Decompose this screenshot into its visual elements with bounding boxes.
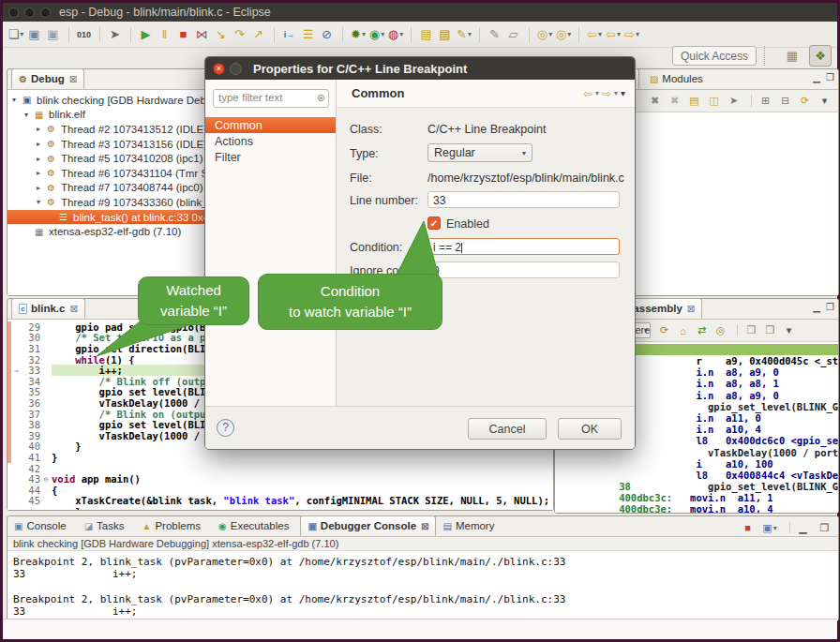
- debug-button[interactable]: ✹ ▾: [349, 25, 368, 44]
- minimize-button[interactable]: ▁: [796, 520, 811, 535]
- cpp-perspective-button[interactable]: ▦: [781, 45, 803, 67]
- view-menu-button[interactable]: ▾: [781, 322, 797, 338]
- type-dropdown[interactable]: Regular ▾: [428, 143, 532, 162]
- window-minimize-button[interactable]: [24, 7, 35, 18]
- link-editor-button[interactable]: ◎ ▾: [554, 25, 573, 44]
- sync-button[interactable]: ⇄: [694, 322, 710, 338]
- maximize-button[interactable]: ❐: [826, 72, 834, 82]
- step-return-button[interactable]: ↗: [249, 25, 268, 44]
- open-new-view-button[interactable]: ❒: [743, 322, 759, 338]
- remove-all-registers-button[interactable]: ✖: [667, 93, 682, 109]
- terminate-button[interactable]: ■: [174, 25, 193, 44]
- view-menu-icon[interactable]: ▾: [621, 88, 625, 98]
- step-over-button[interactable]: ↷: [231, 25, 249, 44]
- run-button[interactable]: ◉ ▾: [368, 25, 386, 44]
- debug-perspective-button[interactable]: ❖: [809, 45, 832, 67]
- clear-filter-icon[interactable]: ⊗: [317, 92, 325, 104]
- chevron-down-icon[interactable]: ▾: [614, 89, 618, 97]
- tab-modules[interactable]: ▨ Modules: [643, 68, 710, 89]
- expander-icon[interactable]: ▾: [24, 111, 35, 119]
- maximize-button[interactable]: ❐: [826, 302, 834, 312]
- refresh-button[interactable]: ⟳: [797, 93, 813, 109]
- close-icon[interactable]: ⊠: [687, 304, 695, 314]
- line-number-input[interactable]: 33: [428, 191, 620, 208]
- condition-input[interactable]: i == 2: [428, 238, 620, 255]
- minimize-button[interactable]: ▁: [813, 72, 820, 82]
- display-selected-console-button[interactable]: ▣ ▾: [762, 520, 777, 535]
- ignore-count-input[interactable]: 0: [428, 261, 620, 278]
- expander-icon[interactable]: ▸: [37, 125, 47, 133]
- pin-view-button[interactable]: ❒: [762, 322, 778, 338]
- step-into-button[interactable]: ↘: [212, 25, 231, 44]
- cursor-mode-button[interactable]: ➤: [106, 25, 125, 44]
- tab-debugger-console[interactable]: ▣ Debugger Console ⊠: [300, 515, 436, 536]
- close-icon[interactable]: ⊠: [69, 74, 77, 84]
- remove-register-button[interactable]: ✖: [647, 93, 663, 109]
- back-button[interactable]: ⇦ ▾: [604, 25, 622, 44]
- annotation-button[interactable]: ✎ ▾: [455, 25, 473, 44]
- window-maximize-button[interactable]: [40, 7, 51, 18]
- dialog-close-button[interactable]: ×: [213, 63, 225, 75]
- tab-tasks[interactable]: ◪ Tasks: [78, 515, 136, 536]
- mark-occurrences-button[interactable]: ▱: [504, 25, 523, 44]
- breakpoint-icon[interactable]: ⇒: [11, 366, 22, 375]
- save-button[interactable]: ▣: [25, 25, 44, 44]
- add-register-group-button[interactable]: ▤: [686, 93, 702, 109]
- chevron-down-icon[interactable]: ▾: [644, 326, 648, 335]
- build-binary-button[interactable]: 010: [75, 25, 94, 44]
- close-icon[interactable]: ⊠: [421, 521, 428, 531]
- dialog-minimize-button[interactable]: [230, 63, 242, 75]
- expander-icon[interactable]: ▾: [12, 96, 22, 104]
- tab-memory[interactable]: ▤ Memory: [436, 515, 505, 536]
- terminate-console-button[interactable]: ■: [741, 520, 756, 535]
- new-wizard-button[interactable]: ❏ ▾: [7, 25, 25, 44]
- chevron-down-icon[interactable]: ▾: [595, 89, 599, 97]
- cancel-button[interactable]: Cancel: [468, 418, 547, 440]
- quick-access-button[interactable]: Quick Access: [672, 46, 757, 66]
- dialog-nav-actions[interactable]: Actions: [205, 133, 336, 149]
- expander-icon[interactable]: ▾: [37, 198, 47, 206]
- open-folder-button[interactable]: ▤: [417, 25, 436, 44]
- enabled-checkbox[interactable]: ✓: [428, 216, 441, 230]
- tab-executables[interactable]: ◉ Executables: [212, 515, 300, 536]
- forward-arrow-icon[interactable]: ⇨: [602, 87, 611, 100]
- expander-icon[interactable]: ▸: [37, 140, 47, 148]
- restore-groups-button[interactable]: ◫: [706, 93, 722, 109]
- help-button[interactable]: ?: [217, 419, 234, 437]
- forward-button[interactable]: ⇨ ▾: [622, 25, 641, 44]
- maximize-button[interactable]: ❐: [818, 520, 832, 535]
- disconnect-button[interactable]: ⋈: [193, 25, 212, 44]
- home-button[interactable]: ⌂: [675, 322, 691, 338]
- close-icon[interactable]: ⊠: [69, 304, 77, 314]
- window-close-button[interactable]: [8, 7, 19, 18]
- skip-all-breakpoints-button[interactable]: ⊘: [318, 25, 337, 44]
- suspend-button[interactable]: ‖: [156, 25, 174, 44]
- resume-button[interactable]: ▶: [137, 25, 156, 44]
- tab-console[interactable]: ▣ Console: [8, 515, 78, 536]
- save-all-button[interactable]: ▣: [44, 25, 63, 44]
- tab-debug[interactable]: ⚙ Debug ⊠: [11, 68, 84, 89]
- view-menu-button[interactable]: ▾: [817, 93, 832, 109]
- filter-input[interactable]: type filter text ⊗: [213, 89, 329, 108]
- show-source-button[interactable]: ◎: [712, 322, 728, 338]
- pointer-button[interactable]: ➤: [726, 93, 742, 109]
- fold-icon[interactable]: ⊖: [40, 475, 52, 484]
- minimize-button[interactable]: ▁: [813, 302, 820, 312]
- expander-icon[interactable]: ▸: [37, 169, 47, 177]
- back-arrow-icon[interactable]: ⇦: [583, 87, 592, 100]
- dialog-nav-common[interactable]: Common: [205, 117, 336, 133]
- collapse-all-button[interactable]: ⊟: [777, 93, 793, 109]
- tab-blink-c[interactable]: c blink.c ⊠: [11, 298, 85, 319]
- open-resource-button[interactable]: ▤: [436, 25, 455, 44]
- pencil-button[interactable]: ✎: [486, 25, 504, 44]
- expander-icon[interactable]: ▸: [37, 184, 47, 192]
- instruction-stepping-button[interactable]: i→: [280, 25, 299, 44]
- pin-editor-button[interactable]: ◎ ▾: [535, 25, 554, 44]
- dialog-nav-filter[interactable]: Filter: [205, 149, 336, 165]
- ok-button[interactable]: OK: [558, 418, 622, 440]
- profile-button[interactable]: ◍ ▾: [386, 25, 405, 44]
- console-output[interactable]: Breakpoint 2, blink_task (pvParameter=0x…: [8, 551, 838, 620]
- last-edit-button[interactable]: ⇦ ▾: [585, 25, 604, 44]
- refresh-button[interactable]: ⟳: [656, 322, 672, 338]
- expander-icon[interactable]: ▸: [37, 155, 47, 163]
